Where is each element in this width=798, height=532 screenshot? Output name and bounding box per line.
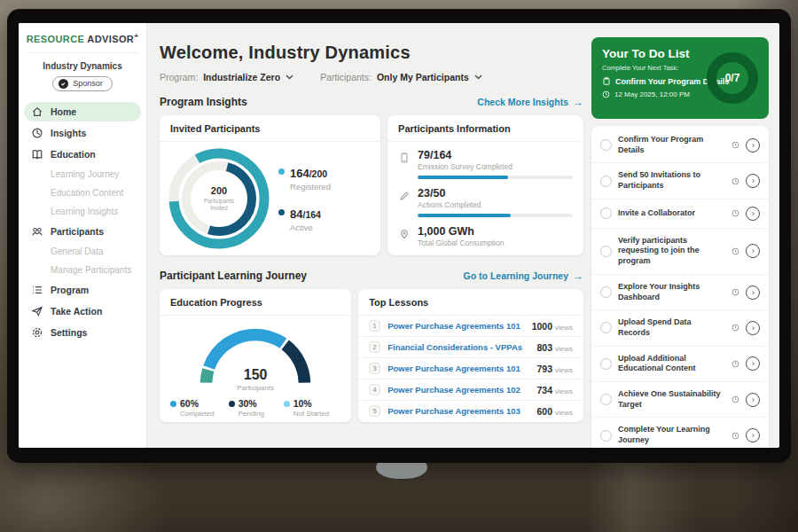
- legend-label: Completed: [180, 410, 215, 418]
- arrow-right-icon: →: [573, 96, 583, 108]
- stat-label: Emission Survey Completed: [418, 162, 573, 171]
- task-go-button[interactable]: [746, 244, 760, 258]
- sidebar: RESOURCE ADVISOR+ Industry Dynamics Spon…: [19, 23, 147, 448]
- legend-value: 164: [290, 167, 309, 180]
- clock-icon: [732, 288, 739, 296]
- legend-dot: [284, 401, 290, 407]
- lesson-row[interactable]: 4 Power Purchase Agreements 102 734views: [358, 379, 583, 401]
- legend-pct: 30%: [239, 398, 257, 409]
- task-go-button[interactable]: [746, 393, 760, 407]
- task-go-button[interactable]: [746, 286, 760, 300]
- insights-cards-row: Invited Participants: [160, 115, 583, 255]
- sponsor-badge-label: Sponsor: [73, 79, 103, 88]
- legend-value: 84: [290, 207, 302, 221]
- sidebar-item-take-action[interactable]: Take Action: [24, 301, 141, 321]
- task-go-button[interactable]: [746, 138, 760, 153]
- task-checkbox[interactable]: [600, 139, 612, 151]
- task-row[interactable]: Complete Your Learning Journey: [591, 418, 769, 448]
- lesson-title-link[interactable]: Power Purchase Agreements 103: [387, 406, 529, 416]
- section-title: Participant Learning Journey: [160, 270, 307, 282]
- task-label: Invite a Collaborator: [618, 208, 725, 219]
- stat-label: Total Global Consumption: [418, 239, 573, 247]
- lesson-title-link[interactable]: Power Purchase Agreements 101: [387, 321, 524, 331]
- task-checkbox[interactable]: [600, 394, 612, 405]
- sidebar-item-settings[interactable]: Settings: [24, 323, 141, 342]
- lesson-title-link[interactable]: Financial Considerations - VPPAs: [387, 342, 529, 352]
- sidebar-item-education-content[interactable]: Education Content: [24, 184, 141, 201]
- task-row[interactable]: Upload Additional Educational Content: [591, 347, 769, 382]
- legend-dot: [278, 168, 285, 175]
- todo-counter: 0/7: [725, 72, 740, 84]
- task-label: Complete Your Learning Journey: [618, 425, 725, 445]
- sidebar-item-home[interactable]: Home: [24, 102, 141, 121]
- task-label: Send 50 Invitations to Participants: [618, 170, 725, 191]
- chevron-right-icon: [750, 360, 756, 367]
- task-row[interactable]: Send 50 Invitations to Participants: [591, 163, 769, 199]
- lesson-row[interactable]: 5 Power Purchase Agreements 103 600views: [358, 401, 583, 421]
- lesson-title-link[interactable]: Power Purchase Agreements 101: [387, 364, 529, 373]
- task-row[interactable]: Upload Spend Data Records: [591, 310, 769, 346]
- task-go-button[interactable]: [746, 321, 760, 335]
- task-row[interactable]: Invite a Collaborator: [591, 200, 769, 229]
- clock-icon: [732, 432, 739, 440]
- sidebar-item-participants[interactable]: Participants: [24, 222, 141, 241]
- lesson-views-suffix: views: [555, 324, 573, 332]
- task-checkbox[interactable]: [600, 286, 612, 298]
- learning-journey-header: Participant Learning Journey Go to Learn…: [160, 270, 583, 282]
- lesson-views: 793: [536, 364, 552, 374]
- sidebar-item-learning-insights[interactable]: Learning Insights: [24, 203, 141, 220]
- lesson-row[interactable]: 2 Financial Considerations - VPPAs 803vi…: [358, 337, 583, 358]
- todo-panel: Your To Do List Complete Your Next Task:…: [591, 37, 769, 119]
- clock-icon: [732, 360, 739, 368]
- task-go-button[interactable]: [746, 207, 760, 221]
- check-more-insights-link[interactable]: Check More Insights →: [477, 96, 583, 108]
- sidebar-item-label: Learning Insights: [51, 207, 118, 216]
- task-go-button[interactable]: [746, 174, 760, 188]
- task-row[interactable]: Achieve One Sustainability Target: [591, 382, 769, 418]
- legend-item-active: 84/164 Active: [278, 206, 331, 232]
- section-title: Program Insights: [160, 96, 247, 108]
- task-label: Explore Your Insights Dashboard: [618, 282, 725, 302]
- task-label: Upload Additional Educational Content: [618, 354, 725, 374]
- task-checkbox[interactable]: [600, 430, 612, 442]
- clock-icon: [732, 141, 739, 149]
- go-to-learning-journey-link[interactable]: Go to Learning Journey →: [464, 270, 583, 282]
- task-label: Achieve One Sustainability Target: [618, 389, 725, 410]
- arrow-right-icon: →: [573, 270, 583, 282]
- divider: [27, 52, 137, 53]
- task-checkbox[interactable]: [600, 358, 612, 370]
- task-go-button[interactable]: [746, 428, 760, 442]
- lesson-views: 600: [536, 406, 552, 417]
- sidebar-item-learning-journey[interactable]: Learning Journey: [24, 166, 141, 183]
- progress-fill: [418, 176, 507, 179]
- task-checkbox[interactable]: [600, 246, 612, 257]
- program-filter[interactable]: Program: Industrialize Zero: [160, 72, 293, 82]
- sidebar-item-manage-participants[interactable]: Manage Participants: [24, 262, 141, 278]
- lesson-title-link[interactable]: Power Purchase Agreements 102: [387, 385, 529, 395]
- task-checkbox[interactable]: [600, 322, 612, 333]
- sidebar-item-program[interactable]: Program: [24, 280, 141, 300]
- sidebar-item-label: General Data: [51, 246, 103, 256]
- sidebar-item-general-data[interactable]: General Data: [24, 243, 141, 260]
- task-checkbox[interactable]: [600, 207, 612, 219]
- sidebar-nav: Home Insights Education Learning Journey…: [19, 102, 146, 342]
- participants-filter-value: Only My Participants: [377, 72, 469, 82]
- page-title: Welcome, Industry Dynamics: [160, 43, 583, 63]
- sidebar-item-label: Learning Journey: [51, 169, 119, 179]
- task-row[interactable]: Confirm Your Program Details: [591, 128, 769, 163]
- task-checkbox[interactable]: [600, 176, 612, 187]
- lesson-row[interactable]: 1 Power Purchase Agreements 101 1000view…: [358, 316, 583, 337]
- sidebar-item-education[interactable]: Education: [24, 145, 141, 164]
- lesson-views-suffix: views: [555, 387, 573, 395]
- sidebar-item-insights[interactable]: Insights: [24, 123, 141, 143]
- task-row[interactable]: Explore Your Insights Dashboard: [591, 275, 769, 310]
- lesson-row[interactable]: 3 Power Purchase Agreements 101 793views: [358, 358, 583, 379]
- gauge-center-value: 150: [189, 367, 322, 383]
- stat-label: Actions Completed: [418, 200, 573, 209]
- org-name: Industry Dynamics: [19, 61, 146, 71]
- task-row[interactable]: Verify participants requesting to join t…: [591, 229, 769, 275]
- task-go-button[interactable]: [746, 356, 760, 371]
- main-content: Welcome, Industry Dynamics Program: Indu…: [147, 23, 591, 448]
- legend-item-pending: 30% Pending: [229, 398, 270, 418]
- participants-filter[interactable]: Participants: Only My Participants: [320, 72, 482, 82]
